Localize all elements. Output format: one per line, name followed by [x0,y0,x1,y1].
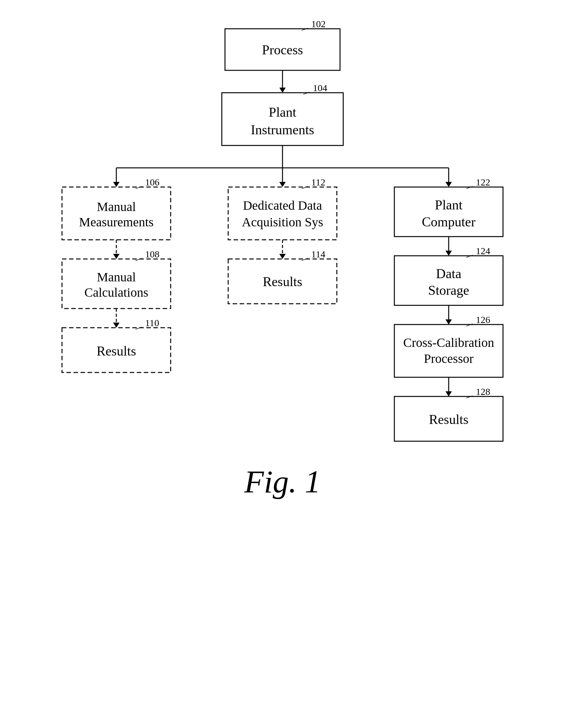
dedicated-das-label1: Dedicated Data [243,198,322,213]
data-storage-label2: Storage [428,283,469,298]
ref-110: 110 [145,317,159,328]
arrow-mid-2-head [279,254,286,259]
ref-104: 104 [313,82,327,93]
results-right-label: Results [429,412,468,427]
manual-calculations-label1: Manual [97,270,136,284]
cross-calibration-box [394,325,503,377]
arrow-right-head [445,182,452,187]
plant-instruments-label2: Instruments [251,122,314,137]
ref-112: 112 [311,177,325,187]
diagram-container: Process 102 Plant Instruments 104 Manu [43,19,522,675]
ref-128: 128 [476,386,490,397]
process-label: Process [262,43,303,57]
arrow-right-2-head [445,251,452,256]
dedicated-das-box [228,187,337,240]
plant-instruments-label1: Plant [269,105,296,120]
dedicated-das-label2: Acquisition Sys [242,215,323,229]
plant-computer-label1: Plant [435,198,463,212]
manual-calculations-label2: Calculations [84,285,148,300]
plant-computer-label2: Computer [422,215,475,229]
arrow-right-3-head [445,319,452,325]
fig-label: Fig. 1 [244,464,321,499]
manual-measurements-label2: Measurements [79,215,153,229]
results-left-label: Results [97,344,136,358]
cross-calibration-label2: Processor [424,351,474,366]
ref-126: 126 [476,314,490,325]
ref-102: 102 [311,19,326,29]
ref-106: 106 [145,177,160,187]
arrow-right-4-head [445,391,452,396]
ref-108: 108 [145,249,160,259]
manual-measurements-label1: Manual [97,200,136,214]
arrow-mid-head [279,182,286,187]
results-mid-label: Results [263,274,302,289]
ref-114: 114 [311,249,325,259]
ref-122: 122 [476,177,490,187]
flowchart-svg: Process 102 Plant Instruments 104 Manu [43,19,522,675]
ref-124: 124 [476,246,490,256]
arrow-process-plants-head [279,88,286,93]
data-storage-label1: Data [436,266,461,281]
arrow-left-2-head [113,254,120,259]
arrow-left-head [113,182,120,187]
arrow-left-3-head [113,323,120,328]
cross-calibration-label1: Cross-Calibration [403,335,494,350]
